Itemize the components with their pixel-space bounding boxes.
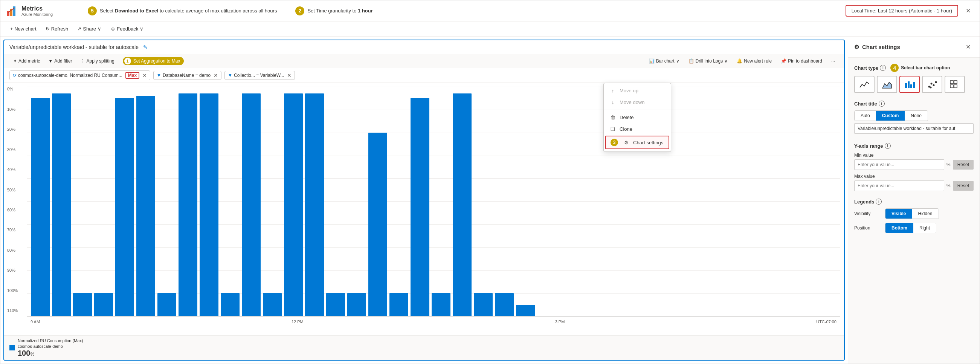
x-axis: 9 AM12 PM3 PMUTC-07:00	[27, 318, 840, 326]
app-logo-icon	[6, 5, 19, 17]
chart-title-label-text: Chart title	[854, 101, 877, 107]
new-chart-button[interactable]: + New chart	[6, 24, 40, 34]
chart-bar	[136, 96, 155, 316]
new-alert-label: New alert rule	[744, 58, 772, 64]
y-axis-label: 60%	[7, 208, 18, 212]
chart-type-area[interactable]	[877, 76, 897, 93]
chart-title-input[interactable]	[854, 123, 974, 134]
y-axis-label: 110%	[7, 308, 18, 313]
drill-logs-button[interactable]: 📋 Drill into Logs ∨	[685, 56, 732, 65]
bar-chart-icon: 📊	[649, 58, 655, 64]
chart-panel: Variable/unpredictable workload - suitab…	[3, 40, 845, 361]
y-axis-label: 30%	[7, 147, 18, 152]
app-close-button[interactable]: ✕	[963, 6, 974, 16]
chart-edit-icon[interactable]: ✎	[143, 44, 148, 50]
position-toggle-group: Bottom Right	[885, 223, 936, 233]
y-axis-max-reset-btn[interactable]: Reset	[953, 181, 974, 191]
y-axis-min-label: Min value	[854, 153, 974, 158]
visibility-hidden-btn[interactable]: Hidden	[912, 209, 938, 219]
database-filter-tag: ▼ DatabaseName = demo ✕	[153, 71, 221, 80]
legends-info-icon[interactable]: i	[876, 199, 882, 204]
y-axis-label: 100%	[7, 288, 18, 293]
ctx-delete-label: Delete	[620, 115, 634, 120]
bar-chart-button[interactable]: 📊 Bar chart ∨	[645, 56, 683, 65]
chart-title-none-btn[interactable]: None	[905, 111, 928, 121]
chart-header: Variable/unpredictable workload - suitab…	[4, 40, 844, 54]
bar-chart-chevron-icon: ∨	[676, 58, 679, 64]
chart-type-info-icon[interactable]: i	[880, 65, 886, 71]
y-axis-max-row: Max value % Reset	[854, 174, 974, 191]
chart-title-auto-btn[interactable]: Auto	[854, 111, 876, 121]
more-options-button[interactable]: ···	[827, 56, 839, 65]
metric-filter-remove[interactable]: ✕	[142, 72, 147, 78]
legend-subtitle: cosmos-autoscale-demo	[18, 344, 83, 349]
legend-info: Normalized RU Consumption (Max) cosmos-a…	[18, 338, 83, 358]
y-axis-min-pct: %	[947, 162, 951, 167]
ctx-hint-3-number: 3	[611, 139, 618, 146]
settings-close-button[interactable]: ✕	[963, 42, 974, 52]
apply-splitting-button[interactable]: ⋮ Apply splitting	[77, 56, 118, 65]
y-axis-info-icon[interactable]: i	[885, 143, 891, 149]
collection-filter-remove[interactable]: ✕	[287, 72, 291, 78]
chart-container: 110%100%90%80%70%60%50%40%30%20%10%0% 9 …	[4, 83, 844, 335]
position-bottom-btn[interactable]: Bottom	[886, 223, 913, 233]
ctx-clone[interactable]: ❏ Clone	[604, 123, 671, 135]
share-button[interactable]: ↗ Share ∨	[73, 24, 105, 34]
time-selector-button[interactable]: Local Time: Last 12 hours (Automatic - 1…	[846, 5, 958, 17]
svg-rect-15	[950, 85, 953, 88]
y-axis-max-input-row: % Reset	[854, 180, 974, 191]
legends-section: Legends i Visibility Visible Hidden Posi…	[854, 199, 974, 233]
y-axis-max-input[interactable]	[854, 180, 944, 191]
y-axis-min-input-row: % Reset	[854, 160, 974, 170]
position-right-btn[interactable]: Right	[913, 223, 936, 233]
ctx-delete[interactable]: 🗑 Delete	[604, 112, 671, 123]
chart-type-line[interactable]	[854, 76, 875, 93]
new-alert-button[interactable]: 🔔 New alert rule	[733, 56, 775, 65]
position-row: Position Bottom Right	[854, 223, 974, 233]
visibility-label: Visibility	[854, 211, 881, 216]
legend-title: Normalized RU Consumption (Max)	[18, 338, 83, 343]
hint-5-suffix: to calculate average of max utilization …	[158, 8, 277, 14]
legend-value: 100	[18, 349, 30, 357]
svg-rect-13	[950, 81, 953, 84]
pin-icon: 📌	[781, 58, 786, 64]
chart-type-bar[interactable]	[899, 76, 920, 93]
feedback-button[interactable]: ☺ Feedback ∨	[107, 24, 147, 34]
visibility-toggle-group: Visible Hidden	[885, 208, 939, 219]
ctx-move-up-label: Move up	[620, 88, 638, 93]
chart-title-custom-btn[interactable]: Custom	[876, 111, 905, 121]
settings-body: Chart type i 4 Select bar chart option	[848, 57, 980, 364]
hint-5-bold: Download to Excel	[115, 8, 159, 14]
chart-bar	[158, 293, 176, 316]
svg-rect-7	[913, 82, 915, 88]
chart-type-grid[interactable]	[945, 76, 965, 93]
chart-type-label-text: Chart type	[854, 65, 878, 71]
header-right: Local Time: Last 12 hours (Automatic - 1…	[846, 5, 974, 17]
legends-label-text: Legends	[854, 199, 874, 204]
pin-dashboard-button[interactable]: 📌 Pin to dashboard	[777, 56, 826, 65]
chart-title-info-icon[interactable]: i	[879, 101, 885, 107]
svg-rect-6	[910, 85, 912, 88]
chart-type-scatter[interactable]	[922, 76, 942, 93]
y-axis-min-reset-btn[interactable]: Reset	[953, 160, 974, 169]
y-axis-min-input[interactable]	[854, 160, 944, 170]
chart-bar	[115, 98, 134, 316]
x-axis-label: 12 PM	[291, 319, 304, 324]
more-icon: ···	[831, 58, 835, 64]
hint-2-prefix: Set Time granularity to	[307, 8, 358, 14]
ctx-clone-label: Clone	[620, 126, 632, 132]
select-hint: 4 Select bar chart option	[890, 64, 950, 72]
collection-filter-icon: ▼	[228, 73, 232, 78]
ctx-chart-settings[interactable]: 3 ⚙ Chart settings	[605, 136, 669, 149]
refresh-button[interactable]: ↻ Refresh	[42, 24, 72, 34]
refresh-label: Refresh	[51, 26, 68, 32]
chart-toolbar-right: 📊 Bar chart ∨ 📋 Drill into Logs ∨ 🔔 New …	[645, 56, 839, 65]
metric-filter-tag: ⟳ cosmos-autoscale-demo, Normalized RU C…	[10, 70, 150, 80]
visibility-visible-btn[interactable]: Visible	[886, 209, 912, 219]
add-filter-button[interactable]: ▼ Add filter	[45, 56, 76, 65]
database-filter-remove[interactable]: ✕	[213, 72, 218, 78]
add-metric-button[interactable]: ✦ Add metric	[10, 56, 44, 65]
chart-bar	[432, 293, 450, 316]
pin-label: Pin to dashboard	[788, 58, 822, 64]
drill-logs-icon: 📋	[689, 58, 694, 64]
